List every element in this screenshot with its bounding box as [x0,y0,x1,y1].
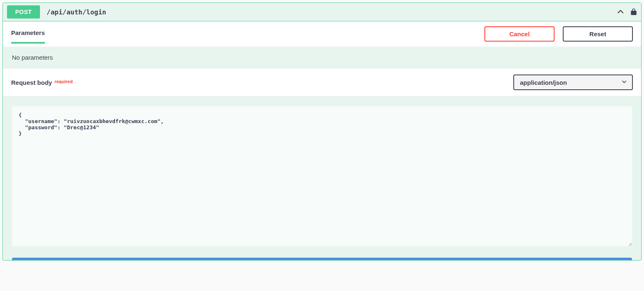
parameters-tab[interactable]: Parameters [11,29,45,44]
parameters-header: Parameters Cancel Reset [3,21,641,47]
required-badge: required [54,79,73,84]
request-body-section [3,96,641,258]
content-type-select[interactable]: application/json [513,74,633,90]
content-type-value: application/json [520,79,567,86]
no-parameters-text: No parameters [3,47,641,68]
chevron-down-icon [621,79,627,86]
request-body-label: Request body [11,79,52,86]
request-body-header: Request body required application/json [3,68,641,96]
method-badge: POST [7,5,40,19]
cancel-button[interactable]: Cancel [484,26,555,42]
chevron-up-icon[interactable] [616,8,625,16]
operation-block: POST /api/auth/login Parameters Cancel R… [2,2,642,261]
request-body-textarea[interactable] [12,106,632,246]
reset-button[interactable]: Reset [563,26,633,42]
execute-button[interactable] [12,258,632,260]
lock-icon[interactable] [630,8,637,16]
operation-summary[interactable]: POST /api/auth/login [3,3,641,21]
endpoint-path: /api/auth/login [47,8,106,16]
